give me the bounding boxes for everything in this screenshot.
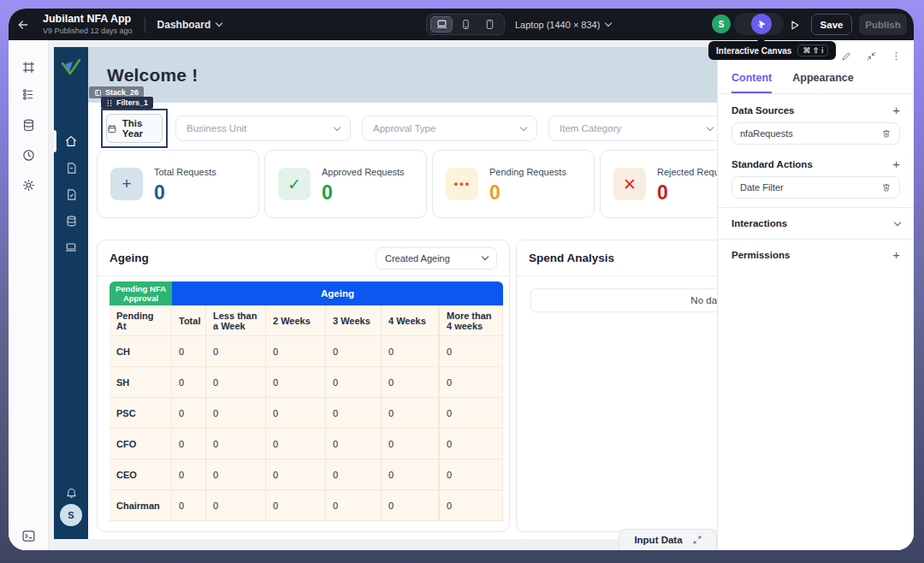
table-cell: 0 (266, 459, 326, 490)
device-size-dropdown[interactable]: Laptop (1440 × 834) (515, 9, 611, 40)
chevron-down-icon (707, 123, 714, 130)
history-icon[interactable] (17, 144, 39, 166)
top-bar: Jubilant NFA App V9 Published 12 days ag… (9, 9, 914, 40)
column-header: Total (172, 305, 206, 336)
table-cell: 0 (206, 367, 266, 398)
interactive-canvas-tooltip: Interactive Canvas ⌘ ⇧ i (708, 41, 836, 60)
table-cell: 0 (382, 398, 439, 429)
business-unit-placeholder: Business Unit (187, 123, 246, 133)
collapse-panel-icon[interactable] (866, 50, 877, 62)
edit-pencil-icon[interactable] (841, 50, 852, 62)
data-sources-section: Data Sources + (718, 94, 914, 122)
plus-icon: + (110, 168, 143, 200)
device-tablet-button[interactable] (478, 16, 500, 33)
table-cell: 0 (206, 336, 266, 367)
standard-action-name: Date Filter (740, 182, 784, 193)
nav-document-check-icon[interactable] (54, 183, 88, 205)
page-selector-label: Dashboard (157, 19, 211, 31)
standard-action-item[interactable]: Date Filter (732, 176, 900, 199)
approval-type-dropdown[interactable]: Approval Type (362, 116, 537, 141)
page-selector[interactable]: Dashboard (157, 19, 222, 31)
column-header: Less than a Week (206, 305, 266, 336)
table-cell: 0 (326, 336, 382, 367)
calendar-icon (107, 123, 117, 134)
add-permission-button[interactable]: + (892, 251, 900, 259)
datasource-icon[interactable] (17, 114, 39, 136)
add-standard-action-button[interactable]: + (892, 160, 900, 169)
table-cell: 0 (382, 367, 439, 398)
date-filter-button[interactable]: This Year (106, 114, 163, 143)
add-data-source-button[interactable]: + (892, 106, 900, 115)
preview-play-button[interactable] (784, 15, 804, 35)
trash-icon[interactable] (881, 182, 891, 193)
ageing-type-value: Created Ageing (385, 253, 450, 264)
item-category-dropdown[interactable]: Item Category (548, 116, 724, 141)
stat-card-pending-requests: ●●● Pending Requests 0 (432, 150, 595, 218)
app-version-status: V9 Published 12 days ago (43, 27, 133, 35)
back-icon[interactable] (9, 18, 38, 32)
table-cell: 0 (382, 459, 439, 490)
data-sources-title: Data Sources (732, 105, 795, 116)
table-cell: 0 (382, 490, 439, 521)
terminal-icon[interactable] (17, 524, 39, 547)
table-cell: 0 (172, 336, 206, 367)
input-data-dock[interactable]: Input Data (619, 529, 717, 550)
permissions-section[interactable]: Permissions + (718, 240, 914, 270)
stat-value: 0 (322, 181, 333, 204)
chevron-down-icon (216, 20, 222, 27)
column-header: 2 Weeks (266, 305, 326, 336)
app-title: Jubilant NFA App (43, 14, 133, 25)
data-source-item[interactable]: nfaRequests (732, 122, 900, 145)
user-avatar[interactable]: S (712, 15, 731, 33)
notifications-bell-icon[interactable] (54, 481, 88, 503)
tooltip-label: Interactive Canvas (716, 46, 791, 56)
business-unit-dropdown[interactable]: Business Unit (175, 116, 351, 141)
tab-content[interactable]: Content (732, 72, 772, 93)
stat-label: Approved Requests (322, 167, 405, 177)
inspector-panel: Content Appearance Data Sources + nfaReq… (717, 40, 914, 550)
settings-gear-icon[interactable] (17, 174, 39, 196)
app-title-block: Jubilant NFA App V9 Published 12 days ag… (43, 14, 133, 35)
ageing-type-dropdown[interactable]: Created Ageing (376, 247, 497, 270)
standard-actions-title: Standard Actions (732, 159, 813, 169)
table-cell: 0 (172, 459, 206, 490)
interactive-canvas-button[interactable] (751, 14, 772, 34)
ageing-card: Ageing Created Ageing Pending NFA Approv… (97, 240, 510, 532)
table-cell: 0 (326, 429, 382, 459)
standard-actions-section: Standard Actions + (718, 148, 914, 176)
stat-value: 0 (489, 181, 500, 204)
table-cell: 0 (439, 336, 503, 367)
workflow-icon[interactable] (17, 83, 39, 105)
table-cell: 0 (206, 429, 266, 459)
save-button[interactable]: Save (811, 14, 852, 35)
chevron-down-icon (520, 123, 527, 130)
nav-home-icon[interactable] (54, 130, 88, 152)
device-laptop-button[interactable] (430, 16, 453, 33)
expand-icon[interactable] (693, 536, 702, 544)
interactions-section[interactable]: Interactions (718, 208, 914, 239)
nav-laptop-icon[interactable] (54, 236, 88, 258)
table-cell: 0 (172, 429, 206, 459)
selected-widget-tag-filters[interactable]: Filters_1 (101, 97, 153, 109)
inspector-tabs: Content Appearance (718, 63, 914, 94)
table-cell: 0 (266, 367, 326, 398)
canvas-frame-icon[interactable] (17, 56, 39, 78)
item-category-placeholder: Item Category (560, 123, 621, 133)
editor-sidebar (9, 40, 49, 550)
stat-label: Total Requests (154, 167, 216, 177)
nav-document-icon[interactable] (54, 157, 88, 179)
app-nav-sidebar: S (54, 47, 88, 539)
row-label: PSC (110, 398, 172, 429)
publish-button[interactable]: Publish (859, 14, 907, 35)
table-group-header: Ageing (172, 282, 503, 305)
device-phone-button[interactable] (454, 16, 477, 33)
trash-icon[interactable] (881, 128, 891, 139)
nav-database-icon[interactable] (54, 210, 88, 232)
tab-appearance[interactable]: Appearance (792, 72, 854, 93)
divider (145, 17, 145, 33)
kebab-menu-icon[interactable] (891, 50, 902, 62)
app-user-avatar[interactable]: S (60, 504, 82, 526)
chevron-down-icon (334, 123, 341, 130)
table-cell: 0 (326, 367, 382, 398)
table-cell: 0 (266, 490, 326, 521)
